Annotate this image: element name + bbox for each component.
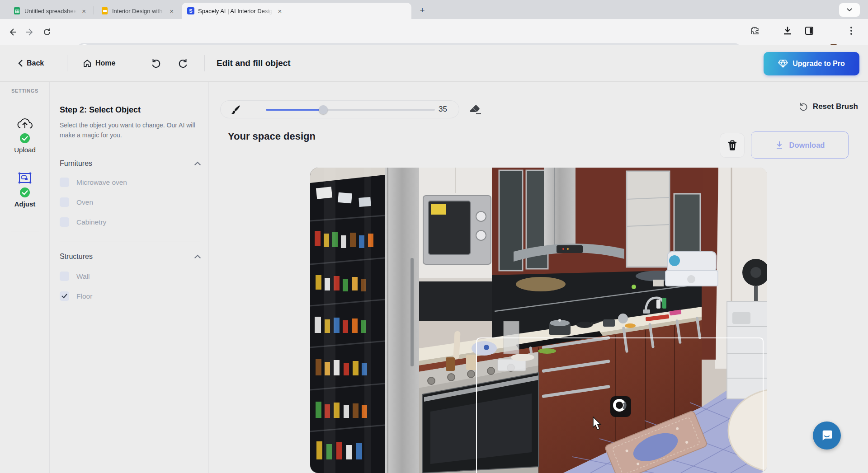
browser-toolbar: spacely.ai/app/tool/edit-and-fill <box>0 19 868 45</box>
checkbox-label: Floor <box>76 292 92 300</box>
back-nav-button[interactable] <box>6 26 19 38</box>
downloads-button[interactable] <box>782 25 793 36</box>
home-button[interactable]: Home <box>83 45 115 81</box>
checkbox-floor-checked[interactable] <box>60 291 69 301</box>
checkbox-row-microwave-oven[interactable]: Microwave oven <box>60 178 127 187</box>
eraser-button[interactable] <box>468 103 483 116</box>
chevron-up-icon <box>194 162 201 168</box>
tab-search-chevron-button[interactable] <box>839 3 860 17</box>
checkbox-oven[interactable] <box>60 197 69 207</box>
header-divider <box>144 55 144 71</box>
reload-button[interactable] <box>41 26 53 38</box>
checkbox-row-wall[interactable]: Wall <box>60 272 90 281</box>
download-button[interactable]: Download <box>751 131 849 159</box>
checkbox-cabinetry[interactable] <box>60 217 69 227</box>
checkbox-microwave-oven[interactable] <box>60 178 69 187</box>
redo-icon <box>178 58 189 69</box>
tab-spacely-active[interactable]: S Spacely AI | AI Interior Desig × <box>182 3 411 19</box>
download-tray-icon <box>782 25 793 36</box>
page-title: Edit and fill object <box>217 45 291 81</box>
side-panel-icon <box>804 25 815 36</box>
rail-divider <box>11 231 39 231</box>
checkbox-label: Wall <box>76 272 90 281</box>
forward-nav-button[interactable] <box>24 26 36 38</box>
chevron-left-icon <box>18 59 23 67</box>
svg-text:S: S <box>189 8 192 14</box>
canvas-area: 35 Reset Brush Your space design Downloa… <box>209 82 868 473</box>
header-divider <box>204 55 205 71</box>
side-panel-button[interactable] <box>804 25 815 36</box>
tab-separator <box>94 6 94 14</box>
adjust-step-label: Adjust <box>14 200 36 208</box>
settings-rail: SETTINGS Upload Adjust <box>0 82 50 473</box>
extensions-puzzle-icon <box>750 25 760 36</box>
group-title: Structures <box>60 253 93 261</box>
adjust-complete-check-icon <box>19 187 30 198</box>
adjust-marquee-icon <box>17 171 33 185</box>
tab-google-sheets[interactable]: Untitled spreadsheet - Googl × <box>8 3 92 19</box>
slider-thumb[interactable] <box>319 105 328 114</box>
brush-size-slider[interactable] <box>266 109 435 111</box>
brush-icon <box>231 104 241 115</box>
panel-divider <box>60 242 200 242</box>
step-upload[interactable]: Upload <box>0 117 50 154</box>
tab-close-icon[interactable]: × <box>80 7 88 15</box>
space-design-image[interactable] <box>310 168 767 473</box>
tab-close-icon[interactable]: × <box>276 7 284 15</box>
chat-bubble-icon <box>820 429 834 442</box>
download-label: Download <box>789 141 825 150</box>
tab-title: Spacely AI | AI Interior Desig <box>198 8 273 14</box>
checkbox-row-cabinetry[interactable]: Cabinetry <box>60 217 106 227</box>
reset-undo-icon <box>798 102 808 112</box>
download-icon <box>775 140 784 150</box>
google-slides-icon <box>101 7 108 14</box>
group-structures-header[interactable]: Structures <box>60 253 200 261</box>
header-divider <box>67 55 67 71</box>
kebab-menu-icon <box>850 25 853 36</box>
chat-launcher-button[interactable] <box>813 421 841 450</box>
slider-fill <box>266 109 323 111</box>
checkbox-label: Microwave oven <box>76 178 127 187</box>
checkbox-wall[interactable] <box>60 272 69 281</box>
step-title: Step 2: Select Object <box>60 105 141 115</box>
eraser-icon <box>470 104 481 114</box>
panel-divider <box>60 316 200 316</box>
reload-icon <box>42 28 52 37</box>
group-title: Furnitures <box>60 159 92 168</box>
cloud-upload-icon <box>16 117 33 131</box>
reset-brush-button[interactable]: Reset Brush <box>798 102 858 112</box>
upload-step-label: Upload <box>14 146 36 154</box>
gem-icon <box>778 60 788 68</box>
upload-complete-check-icon <box>19 133 30 144</box>
checkbox-label: Cabinetry <box>76 218 106 226</box>
undo-button[interactable] <box>151 45 161 81</box>
tab-close-icon[interactable]: × <box>168 7 175 15</box>
delete-design-button[interactable] <box>720 133 745 158</box>
step-adjust[interactable]: Adjust <box>0 171 50 208</box>
arrow-left-icon <box>8 28 17 37</box>
upgrade-to-pro-button[interactable]: Upgrade to Pro <box>764 52 859 75</box>
chevron-up-icon <box>194 255 201 261</box>
spacely-favicon: S <box>187 7 194 14</box>
redo-button[interactable] <box>178 45 189 81</box>
undo-icon <box>151 58 161 69</box>
group-furnitures-header[interactable]: Furnitures <box>60 159 200 168</box>
checkbox-row-oven[interactable]: Oven <box>60 197 93 207</box>
browser-tab-strip: Untitled spreadsheet - Googl × Interior … <box>0 0 868 19</box>
google-sheets-icon <box>14 7 21 14</box>
tab-title: Untitled spreadsheet - Googl <box>24 8 76 14</box>
browser-menu-button[interactable] <box>850 25 853 36</box>
brush-size-value: 35 <box>439 105 447 114</box>
extensions-button[interactable] <box>750 25 760 36</box>
kitchen-photo-illustration <box>310 168 767 473</box>
back-label: Back <box>27 59 44 67</box>
new-tab-button[interactable]: + <box>417 5 428 16</box>
back-button[interactable]: Back <box>18 45 44 81</box>
tab-google-slides[interactable]: Interior Design with Generativ × <box>96 3 180 19</box>
space-design-title: Your space design <box>228 131 316 142</box>
check-icon <box>61 294 67 299</box>
checkbox-row-floor[interactable]: Floor <box>60 291 92 301</box>
settings-label: SETTINGS <box>0 88 50 94</box>
chevron-down-icon <box>847 8 852 12</box>
home-icon <box>83 59 92 68</box>
